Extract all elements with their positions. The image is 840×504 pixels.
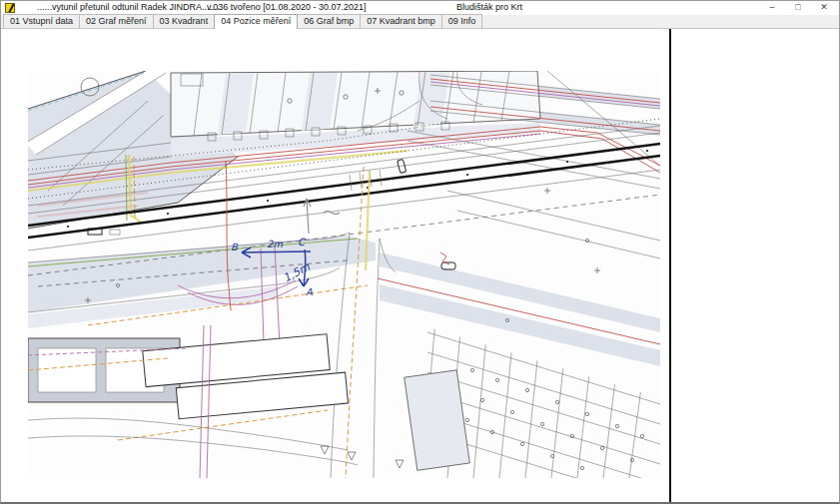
window-title-version: v.036 tvořeno [01.08.2020 - 30.07.2021] bbox=[207, 2, 366, 12]
pencil-arrow bbox=[304, 199, 340, 234]
tab-07-kvadrant-bmp[interactable]: 07 Kvadrant bmp bbox=[360, 14, 442, 28]
annotation-point-a: A bbox=[306, 286, 313, 297]
close-button[interactable]: ✕ bbox=[811, 1, 837, 15]
panel-divider-line bbox=[669, 29, 671, 503]
scanned-map: B 2m C 1,5m A bbox=[28, 71, 660, 478]
window-title-author: ......vytunil přetunil odtunil Radek JIN… bbox=[37, 2, 222, 12]
tab-04-pozice-mereni[interactable]: 04 Pozice měření bbox=[214, 14, 298, 29]
annotation-point-b: B bbox=[231, 242, 239, 252]
tab-03-kvadrant[interactable]: 03 Kvadrant bbox=[153, 14, 216, 28]
window-controls: – □ ✕ bbox=[759, 1, 837, 15]
tab-09-info[interactable]: 09 Info bbox=[441, 14, 483, 28]
parcel-markers bbox=[465, 368, 643, 469]
bottom-left-buildings bbox=[28, 325, 348, 478]
app-window: ......vytunil přetunil odtunil Radek JIN… bbox=[0, 0, 840, 504]
tab-01-vstupni-data[interactable]: 01 Vstupní data bbox=[3, 14, 80, 28]
tab-strip: 01 Vstupní data 02 Graf měření 03 Kvadra… bbox=[1, 15, 839, 29]
tab-02-graf-mereni[interactable]: 02 Graf měření bbox=[79, 14, 154, 28]
map-scan-canvas[interactable]: B 2m C 1,5m A bbox=[28, 71, 660, 478]
annotation-distance-bc: 2m bbox=[267, 239, 283, 250]
minimize-button[interactable]: – bbox=[759, 1, 785, 15]
app-icon bbox=[5, 3, 15, 13]
tab-06-graf-bmp[interactable]: 06 Graf bmp bbox=[297, 14, 361, 28]
window-title-app: Bludišták pro Krt bbox=[456, 2, 522, 12]
maximize-button[interactable]: □ bbox=[785, 1, 811, 15]
content-area: B 2m C 1,5m A bbox=[1, 29, 839, 503]
